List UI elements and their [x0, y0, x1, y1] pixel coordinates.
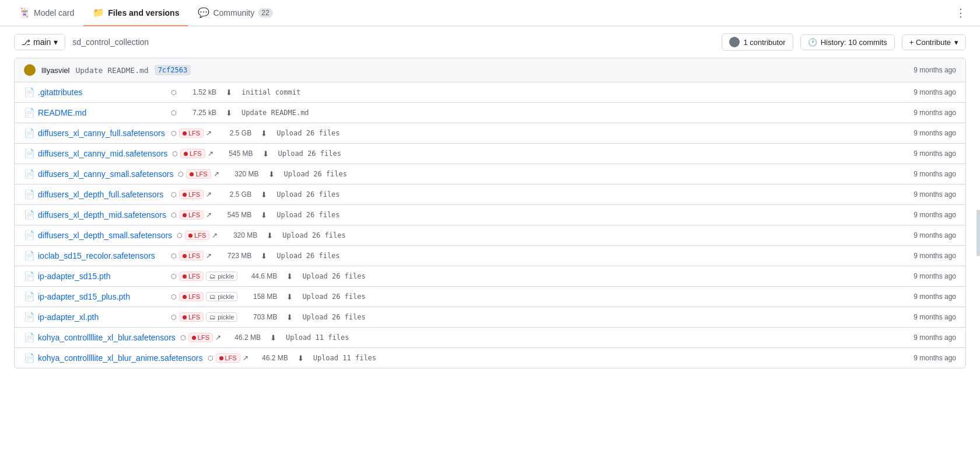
file-time: 9 months ago	[898, 129, 956, 137]
external-link-icon[interactable]: ↗	[243, 354, 249, 362]
tab-files-label: Files and versions	[108, 8, 179, 18]
lfs-tag: LFS	[179, 312, 204, 322]
download-icon[interactable]: ⬇	[261, 129, 267, 138]
external-link-icon[interactable]: ↗	[206, 129, 212, 137]
pin-icon[interactable]: ⬡	[171, 109, 177, 117]
external-link-icon[interactable]: ↗	[212, 231, 218, 239]
file-icon: 📄	[24, 148, 33, 159]
table-row: 📄README.md⬡7.25 kB⬇Update README.md9 mon…	[15, 103, 965, 123]
lfs-tag: LFS	[179, 128, 204, 138]
file-name[interactable]: kohya_controllllite_xl_blur.safetensors	[38, 333, 176, 342]
file-time: 9 months ago	[898, 170, 956, 178]
file-name[interactable]: diffusers_xl_canny_mid.safetensors	[38, 149, 167, 158]
file-name[interactable]: kohya_controllllite_xl_blur_anime.safete…	[38, 353, 203, 363]
file-size: 2.5 GB	[216, 129, 251, 137]
toolbar: ⎇ main ▾ sd_control_collection 1 contrib…	[0, 26, 980, 58]
branch-button[interactable]: ⎇ main ▾	[14, 34, 65, 50]
download-icon[interactable]: ⬇	[298, 354, 304, 363]
download-icon[interactable]: ⬇	[267, 231, 273, 240]
file-name[interactable]: ip-adapter_sd15.pth	[38, 272, 166, 281]
download-icon[interactable]: ⬇	[261, 252, 267, 260]
download-icon[interactable]: ⬇	[262, 149, 269, 158]
contribute-button[interactable]: + Contribute ▾	[902, 34, 966, 50]
pin-icon[interactable]: ⬡	[172, 150, 178, 158]
file-icon: 📄	[24, 230, 33, 241]
file-name[interactable]: diffusers_xl_canny_full.safetensors	[38, 128, 166, 138]
pin-icon[interactable]: ⬡	[171, 314, 177, 321]
file-commit-message: initial commit	[242, 88, 893, 96]
file-name[interactable]: diffusers_xl_depth_full.safetensors	[38, 190, 166, 199]
pin-icon[interactable]: ⬡	[171, 252, 177, 260]
file-commit-message: Upload 26 files	[276, 211, 893, 219]
external-link-icon[interactable]: ↗	[206, 211, 212, 219]
pin-icon[interactable]: ⬡	[178, 171, 184, 178]
contribute-chevron: ▾	[954, 38, 958, 47]
file-tags: ⬡	[171, 89, 177, 96]
file-name[interactable]: diffusers_xl_depth_mid.safetensors	[38, 210, 166, 220]
file-name[interactable]: .gitattributes	[38, 88, 166, 97]
file-tags: ⬡ LFS↗	[177, 231, 218, 240]
download-icon[interactable]: ⬇	[261, 211, 267, 220]
file-commit-message: Upload 26 files	[276, 252, 893, 260]
external-link-icon[interactable]: ↗	[206, 190, 212, 199]
file-tags: ⬡ LFS↗	[180, 333, 221, 342]
file-tags: ⬡ LFS🗂 pickle	[171, 272, 237, 281]
file-size: 320 MB	[222, 231, 257, 239]
file-name[interactable]: diffusers_xl_canny_small.safetensors	[38, 169, 173, 179]
file-size: 723 MB	[216, 252, 251, 260]
file-list-container: lllyasviel Update README.md 7cf2563 9 mo…	[14, 58, 966, 368]
contributor-label: 1 contributor	[743, 38, 785, 47]
file-icon: 📄	[24, 87, 33, 98]
table-row: 📄diffusers_xl_canny_full.safetensors⬡ LF…	[15, 123, 965, 144]
download-icon[interactable]: ⬇	[286, 293, 293, 301]
pin-icon[interactable]: ⬡	[171, 191, 177, 199]
file-size: 7.25 kB	[181, 109, 216, 117]
download-icon[interactable]: ⬇	[226, 88, 232, 97]
tab-community[interactable]: 💬 Community 22	[188, 0, 282, 26]
commit-hash[interactable]: 7cf2563	[155, 65, 191, 75]
lfs-tag: LFS	[179, 292, 204, 301]
external-link-icon[interactable]: ↗	[208, 149, 214, 158]
pin-icon[interactable]: ⬡	[171, 293, 177, 301]
external-link-icon[interactable]: ↗	[215, 333, 221, 342]
file-commit-message: Upload 11 files	[313, 354, 893, 362]
file-name[interactable]: README.md	[38, 108, 166, 117]
file-commit-message: Upload 26 files	[302, 313, 893, 321]
file-name[interactable]: ip-adapter_xl.pth	[38, 312, 166, 322]
file-name[interactable]: diffusers_xl_depth_small.safetensors	[38, 231, 172, 240]
download-icon[interactable]: ⬇	[286, 272, 293, 281]
external-link-icon[interactable]: ↗	[214, 170, 219, 178]
pin-icon[interactable]: ⬡	[171, 273, 177, 280]
file-name[interactable]: ip-adapter_sd15_plus.pth	[38, 292, 166, 301]
pin-icon[interactable]: ⬡	[177, 232, 183, 239]
branch-chevron: ▾	[54, 37, 58, 47]
pin-icon[interactable]: ⬡	[180, 334, 186, 342]
download-icon[interactable]: ⬇	[286, 313, 293, 322]
pin-icon[interactable]: ⬡	[171, 211, 177, 219]
pin-icon[interactable]: ⬡	[208, 354, 214, 362]
lfs-tag: LFS	[180, 149, 205, 158]
download-icon[interactable]: ⬇	[226, 109, 232, 117]
download-icon[interactable]: ⬇	[270, 333, 276, 342]
tab-files-and-versions[interactable]: 📁 Files and versions	[83, 0, 188, 26]
download-icon[interactable]: ⬇	[261, 190, 267, 199]
file-commit-message: Upload 26 files	[302, 272, 893, 280]
pin-icon[interactable]: ⬡	[171, 89, 177, 96]
file-name[interactable]: ioclab_sd15_recolor.safetensors	[38, 251, 166, 260]
table-row: 📄ip-adapter_xl.pth⬡ LFS🗂 pickle703 MB⬇Up…	[15, 307, 965, 328]
contributor-button[interactable]: 1 contributor	[722, 33, 793, 51]
history-label: History: 10 commits	[821, 38, 887, 47]
more-options-button[interactable]: ⋮	[951, 4, 971, 22]
file-icon: 📄	[24, 332, 33, 343]
history-button[interactable]: 🕐 History: 10 commits	[800, 34, 895, 50]
file-tags: ⬡ LFS↗	[172, 149, 213, 158]
file-icon: 📄	[24, 312, 33, 322]
pin-icon[interactable]: ⬡	[171, 130, 177, 137]
download-icon[interactable]: ⬇	[268, 170, 275, 179]
tab-model-card[interactable]: 🃏 Model card	[9, 0, 83, 26]
scrollbar[interactable]	[977, 210, 980, 256]
commit-author[interactable]: lllyasviel	[41, 66, 69, 75]
history-icon: 🕐	[808, 38, 817, 47]
file-size: 545 MB	[216, 211, 251, 219]
external-link-icon[interactable]: ↗	[206, 252, 212, 260]
